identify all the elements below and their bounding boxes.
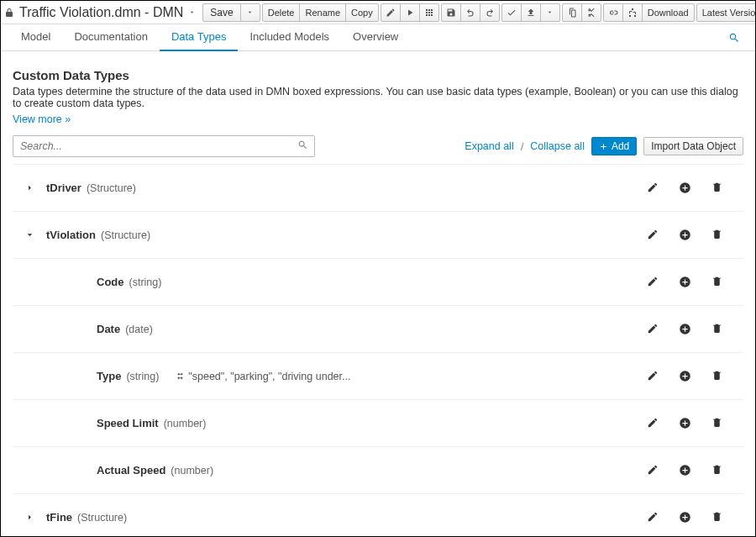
expand-all-link[interactable]: Expand all — [465, 140, 513, 152]
edit-icon[interactable] — [646, 276, 659, 288]
type-name: tViolation — [46, 229, 96, 241]
chevron-down-icon[interactable] — [13, 230, 46, 240]
edit-icon[interactable] — [646, 464, 659, 476]
tab-model[interactable]: Model — [9, 24, 62, 51]
tab-included-models[interactable]: Included Models — [238, 24, 341, 51]
add-icon[interactable] — [678, 370, 691, 382]
page-title: Custom Data Types — [13, 68, 743, 82]
add-icon[interactable] — [678, 276, 691, 288]
data-type-row[interactable]: Speed Limitnumber — [13, 400, 743, 447]
list-toolbar: Expand all / Collapse all Add Import Dat… — [13, 135, 743, 157]
add-icon[interactable] — [678, 417, 691, 429]
delete-icon[interactable] — [710, 323, 723, 335]
add-icon[interactable] — [678, 323, 691, 335]
divider: / — [521, 140, 524, 153]
delete-icon[interactable] — [710, 511, 723, 524]
collapse-all-link[interactable]: Collapse all — [530, 140, 585, 152]
edit-icon[interactable] — [646, 229, 659, 241]
row-actions — [646, 229, 723, 241]
delete-icon[interactable] — [710, 417, 723, 429]
save-button[interactable]: Save — [202, 3, 240, 22]
pencil-icon[interactable] — [381, 3, 401, 22]
link-icon[interactable] — [603, 3, 623, 22]
download-button[interactable]: Download — [642, 3, 695, 22]
content: Custom Data Types Data types determine t… — [1, 51, 755, 537]
save-dropdown[interactable] — [240, 3, 260, 22]
type-kind: date — [125, 324, 153, 335]
save-group: Save — [202, 3, 260, 22]
delete-icon[interactable] — [710, 182, 723, 194]
delete-icon[interactable] — [710, 370, 723, 382]
edit-icon[interactable] — [646, 370, 659, 382]
row-actions — [646, 276, 723, 288]
play-icon[interactable] — [400, 3, 420, 22]
data-type-row[interactable]: tFineStructure — [13, 494, 743, 537]
tab-documentation[interactable]: Documentation — [62, 24, 159, 51]
clipboard-icon[interactable] — [562, 3, 582, 22]
type-kind: Structure — [77, 512, 127, 524]
type-kind: number — [171, 465, 213, 476]
data-type-row[interactable]: Datedate — [13, 306, 743, 353]
grid-icon[interactable] — [419, 3, 439, 22]
constraint-text: "speed", "parking", "driving under... — [188, 371, 350, 382]
type-constraint: "speed", "parking", "driving under... — [176, 371, 350, 382]
sitemap-icon[interactable] — [622, 3, 643, 22]
row-actions — [646, 370, 723, 382]
search-box — [13, 135, 315, 157]
constraint-icon — [176, 371, 185, 381]
type-name: Actual Speed — [97, 464, 165, 476]
save-disk-icon[interactable] — [441, 3, 461, 22]
chevron-down-icon — [188, 8, 196, 16]
delete-icon[interactable] — [710, 229, 723, 241]
add-button[interactable]: Add — [591, 137, 637, 155]
delete-icon[interactable] — [710, 464, 723, 476]
redo-icon[interactable] — [480, 3, 500, 22]
tab-data-types[interactable]: Data Types — [160, 24, 239, 51]
data-type-list[interactable]: tDriverStructuretViolationStructureCodes… — [13, 164, 743, 537]
data-type-row[interactable]: tDriverStructure — [13, 165, 743, 212]
data-type-row[interactable]: Actual Speednumber — [13, 447, 743, 494]
edit-icon[interactable] — [646, 323, 659, 335]
data-type-row[interactable]: tViolationStructure — [13, 212, 743, 259]
search-input[interactable] — [13, 135, 315, 157]
add-icon[interactable] — [678, 182, 691, 194]
rename-button[interactable]: Rename — [299, 3, 346, 22]
file-title[interactable]: Traffic Violation.dmn - DMN — [4, 5, 196, 20]
tab-overview[interactable]: Overview — [341, 24, 410, 51]
edit-icon[interactable] — [646, 182, 659, 194]
search-icon[interactable] — [728, 32, 740, 44]
scissors-icon[interactable] — [581, 3, 601, 22]
latest-version-button[interactable]: Latest Version — [696, 3, 756, 22]
edit-icon[interactable] — [646, 511, 659, 524]
type-kind: string — [126, 371, 159, 382]
type-name: Speed Limit — [97, 417, 159, 429]
copy-button[interactable]: Copy — [345, 3, 379, 22]
lock-icon — [4, 8, 14, 18]
chevron-right-icon[interactable] — [13, 183, 46, 192]
add-icon[interactable] — [678, 464, 691, 476]
edit-icon[interactable] — [646, 417, 659, 429]
undo-icon[interactable] — [460, 3, 480, 22]
row-actions — [646, 323, 723, 335]
delete-icon[interactable] — [710, 276, 723, 288]
type-kind: string — [129, 276, 162, 288]
view-more-link[interactable]: View more » — [13, 113, 71, 125]
row-actions — [646, 464, 723, 476]
row-actions — [646, 511, 723, 524]
data-type-row[interactable]: Typestring"speed", "parking", "driving u… — [13, 353, 743, 400]
check-icon[interactable] — [501, 3, 522, 22]
upload-caret-icon[interactable] — [540, 3, 560, 22]
type-kind: Structure — [87, 182, 136, 194]
type-name: tDriver — [46, 182, 81, 194]
delete-button[interactable]: Delete — [262, 3, 301, 22]
data-type-row[interactable]: Codestring — [13, 259, 743, 306]
import-button[interactable]: Import Data Object — [643, 137, 743, 155]
add-label: Add — [612, 140, 629, 152]
type-name: Type — [97, 370, 121, 382]
chevron-right-icon[interactable] — [13, 513, 46, 522]
upload-icon[interactable] — [521, 3, 541, 22]
type-name: Code — [97, 276, 124, 288]
type-name: tFine — [46, 511, 72, 524]
add-icon[interactable] — [678, 229, 691, 241]
add-icon[interactable] — [678, 511, 691, 524]
